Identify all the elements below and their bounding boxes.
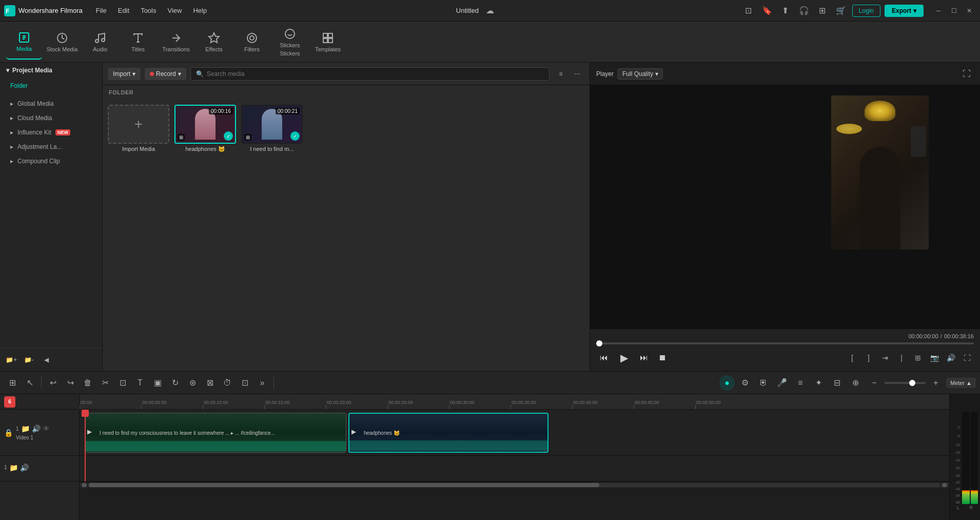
fullscreen-icon[interactable]: ⛶ bbox=[959, 67, 974, 81]
toolbar-audio[interactable]: Audio bbox=[82, 25, 118, 60]
eye-icon[interactable]: 👁 bbox=[43, 425, 50, 433]
multi-select-button[interactable]: ⊞ bbox=[4, 375, 21, 391]
record-button[interactable]: Record ▾ bbox=[145, 68, 186, 80]
filter-icon[interactable]: ≡ bbox=[554, 67, 568, 81]
close-button[interactable]: ✕ bbox=[963, 4, 976, 17]
sidebar-item-adjustment[interactable]: ▸ Adjustment La... bbox=[0, 140, 102, 154]
list-item[interactable]: 00:00:21 ✓ ⊞ I need to find m... bbox=[241, 105, 303, 152]
login-button[interactable]: Login bbox=[852, 5, 880, 17]
quality-select[interactable]: Full Quality ▾ bbox=[618, 68, 663, 80]
detach-button[interactable]: ⊛ bbox=[184, 375, 201, 391]
mic-button[interactable]: 🎤 bbox=[774, 375, 790, 391]
toolbar-effects[interactable]: Effects bbox=[196, 25, 232, 60]
motion-button[interactable]: ⊠ bbox=[202, 375, 218, 391]
auto-ripple-button[interactable]: ● bbox=[719, 375, 735, 391]
apps-icon[interactable]: ⊞ bbox=[815, 4, 830, 18]
track-lock-icon[interactable]: 🔒 bbox=[4, 429, 13, 437]
cut-button[interactable]: ✂ bbox=[97, 375, 113, 391]
add-audio-icon[interactable]: 📁 bbox=[9, 464, 18, 472]
progress-handle[interactable] bbox=[596, 340, 602, 346]
text-button[interactable]: T bbox=[132, 375, 148, 391]
sidebar-item-compound-clip[interactable]: ▸ Compound Clip bbox=[0, 154, 102, 168]
menu-help[interactable]: Help bbox=[188, 5, 212, 16]
insert-icon[interactable]: ⇥ bbox=[878, 351, 892, 364]
toolbar-transitions[interactable]: Transitions bbox=[158, 25, 194, 60]
shield-button[interactable]: ⛨ bbox=[755, 375, 772, 391]
zoom-slider[interactable] bbox=[885, 382, 926, 384]
play-button[interactable]: ▶ bbox=[615, 349, 633, 367]
timer-button[interactable]: ⏱ bbox=[219, 375, 236, 391]
scrollbar-track[interactable] bbox=[89, 483, 940, 487]
import-media-thumb[interactable]: + bbox=[108, 105, 169, 144]
scrollbar-thumb[interactable] bbox=[89, 483, 599, 487]
monitor-icon[interactable]: ⊡ bbox=[741, 4, 756, 18]
bookmark-icon[interactable]: 🔖 bbox=[760, 4, 774, 18]
audio-icon[interactable]: 🔊 bbox=[944, 351, 957, 364]
sidebar-item-influence-kit[interactable]: ▸ Influence Kit NEW bbox=[0, 125, 102, 140]
redo-button[interactable]: ↪ bbox=[62, 375, 79, 391]
new-folder-button[interactable]: 📁+ bbox=[4, 353, 18, 367]
minimize-button[interactable]: ─ bbox=[932, 4, 945, 17]
sidebar-item-global-media[interactable]: ▸ Global Media bbox=[0, 97, 102, 111]
upload-icon[interactable]: ⬆ bbox=[778, 4, 793, 18]
settings-button[interactable]: ⚙ bbox=[737, 375, 753, 391]
toolbar-templates[interactable]: Templates bbox=[310, 25, 346, 60]
zoom-fit-button[interactable]: ⊡ bbox=[237, 375, 253, 391]
track-resize-button[interactable]: ⊟ bbox=[829, 375, 846, 391]
undo-button[interactable]: ↩ bbox=[45, 375, 61, 391]
cloud-sync-icon[interactable]: ☁ bbox=[483, 4, 497, 18]
zoom-out-button[interactable]: − bbox=[866, 375, 883, 391]
folder-item[interactable]: Folder bbox=[0, 78, 102, 93]
effects-track-button[interactable]: ✦ bbox=[811, 375, 827, 391]
delete-button[interactable]: 🗑 bbox=[80, 375, 96, 391]
table-row[interactable]: ▶ headphones 🐱 bbox=[348, 413, 548, 453]
stop-button[interactable]: ⏹ bbox=[655, 350, 670, 365]
toolbar-titles[interactable]: Titles bbox=[120, 25, 156, 60]
rewind-button[interactable]: ⏮ bbox=[596, 350, 612, 365]
more-tools-button[interactable]: » bbox=[254, 375, 270, 391]
frame-button[interactable]: ▣ bbox=[149, 375, 166, 391]
cart-icon[interactable]: 🛒 bbox=[834, 4, 848, 18]
toolbar-filters[interactable]: Filters bbox=[234, 25, 270, 60]
menu-file[interactable]: File bbox=[91, 5, 112, 16]
maximize-button[interactable]: ☐ bbox=[947, 4, 961, 17]
search-input[interactable] bbox=[207, 70, 544, 78]
audio-mute-icon[interactable]: 🔊 bbox=[20, 464, 29, 472]
menu-tools[interactable]: Tools bbox=[135, 5, 161, 16]
export-button[interactable]: Export ▾ bbox=[885, 5, 924, 17]
menu-view[interactable]: View bbox=[162, 5, 187, 16]
zoom-handle[interactable] bbox=[909, 380, 915, 386]
scroll-right[interactable] bbox=[942, 483, 947, 487]
collapse-panel-button[interactable]: ◀ bbox=[39, 353, 53, 367]
table-row[interactable]: ▶ I need to find my consciousness to lea… bbox=[85, 413, 346, 453]
expand-icon[interactable]: ⛶ bbox=[961, 351, 974, 364]
menu-edit[interactable]: Edit bbox=[113, 5, 134, 16]
zoom-icon[interactable]: ⊞ bbox=[911, 351, 925, 364]
more-options-icon[interactable]: ⋯ bbox=[570, 67, 584, 81]
add-track-button[interactable]: ⊕ bbox=[848, 375, 864, 391]
project-media-header[interactable]: ▾ Project Media bbox=[0, 63, 102, 78]
toolbar-media[interactable]: Media bbox=[6, 25, 42, 60]
search-bar[interactable]: 🔍 bbox=[190, 67, 550, 81]
scroll-left[interactable] bbox=[82, 483, 87, 487]
find-m-thumb[interactable]: 00:00:21 ✓ ⊞ bbox=[241, 105, 303, 144]
mark-in-icon[interactable]: [ bbox=[846, 351, 859, 364]
track-options-button[interactable]: ≡ bbox=[792, 375, 809, 391]
fast-forward-button[interactable]: ⏭ bbox=[636, 350, 652, 365]
add-to-project-icon[interactable]: 📁 bbox=[21, 425, 30, 433]
zoom-in-button[interactable]: + bbox=[928, 375, 944, 391]
crop-button[interactable]: ⊡ bbox=[114, 375, 131, 391]
mute-icon[interactable]: 🔊 bbox=[32, 425, 41, 433]
select-tool-button[interactable]: ↖ bbox=[22, 375, 38, 391]
timeline-scrollbar[interactable] bbox=[80, 482, 949, 488]
timeline-ruler[interactable]: 00:00 00:00:05:00 00:00:10:00 00:00:15:0… bbox=[80, 394, 949, 410]
headphones-thumb[interactable]: 00:00:16 ✓ ⊞ bbox=[174, 105, 236, 144]
mark-out-icon[interactable]: ] bbox=[862, 351, 875, 364]
sidebar-item-cloud-media[interactable]: ▸ Cloud Media bbox=[0, 111, 102, 125]
list-item[interactable]: 00:00:16 ✓ ⊞ headphones 🐱 bbox=[174, 105, 236, 152]
rotate-button[interactable]: ↻ bbox=[167, 375, 183, 391]
import-button[interactable]: Import ▾ bbox=[108, 68, 141, 80]
meter-button[interactable]: Meter ▲ bbox=[946, 378, 976, 388]
delete-button[interactable]: 📁- bbox=[22, 353, 36, 367]
progress-bar[interactable] bbox=[596, 342, 974, 344]
